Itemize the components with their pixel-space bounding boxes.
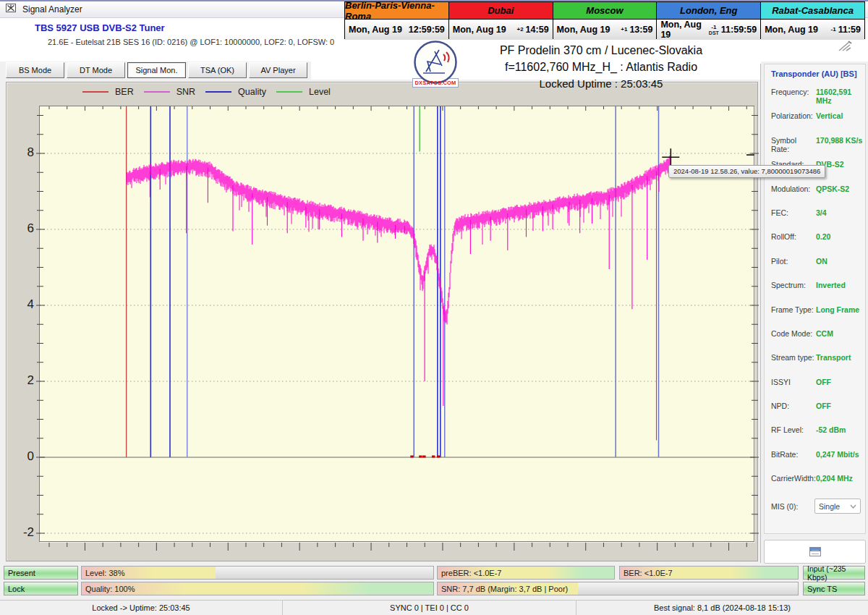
ber-mark (419, 456, 422, 458)
clock-time-row: Mon, Aug 19-1DST11:59:59 (657, 20, 760, 40)
transponder-row-label: Spectrum: (771, 281, 816, 289)
legend-swatch (82, 91, 109, 93)
clock-city-label: Moscow (553, 2, 657, 20)
transponder-row-label: CarrierWidth: (771, 474, 816, 483)
transponder-row: FEC:3/4 (771, 208, 865, 232)
mis-dropdown[interactable]: Single (814, 499, 861, 514)
transponder-row-label: Frame Type: (771, 305, 816, 314)
sync-ts-indicator: Sync TS (803, 582, 865, 595)
panel-splitter[interactable] (760, 64, 761, 563)
antenna-grip-icon (836, 39, 854, 55)
clock-cell-3: London, EngMon, Aug 19-1DST11:59:59 (657, 2, 760, 40)
tab-signal-mon-[interactable]: Signal Mon. (127, 62, 186, 78)
transponder-row-value: QPSK-S2 (816, 184, 849, 193)
statusbar-sync: SYNC 0 | TEI 0 | CC 0 (282, 601, 576, 615)
utc-offset-value: +1 (621, 27, 627, 33)
transponder-panel: Transponder (AU) [BS] Frequency:11602,59… (764, 64, 866, 534)
legend-swatch (144, 91, 170, 93)
statusbar-best-signal: Best signal: 8,1 dB (2024-08-18 15:13) (576, 601, 868, 615)
lock-indicator: Lock (4, 582, 78, 595)
world-clocks: Berlin-Paris-Vienna-RomaMon, Aug 1912:59… (344, 1, 865, 39)
snr-label: SNR: 7,7 dB (Margin: 3,7 dB | Poor) (441, 582, 568, 595)
transponder-row: RF Level:-52 dBm (771, 425, 865, 449)
transponder-row-value: OFF (816, 402, 831, 410)
transponder-row-label: ISSYI (771, 378, 816, 386)
transponder-row: Frequency:11602,591 MHz (771, 88, 865, 111)
transponder-row-value: -52 dBm (816, 425, 846, 434)
transponder-row: ISSYIOFF (771, 378, 865, 402)
clock-city-label: Rabat-Casablanca (761, 2, 864, 20)
transponder-row-label: Polarization: (771, 111, 816, 120)
dxsatcs-logo: DXSATCS.COM (412, 40, 459, 88)
transponder-row-value: CCM (816, 329, 833, 338)
clock-city-label: London, Eng (657, 2, 760, 20)
transponder-row-value: OFF (816, 378, 831, 386)
clock-hm: 14:59 (526, 25, 549, 35)
transponder-row: Pilot:ON (771, 257, 865, 281)
frequency-title: f=11602,760 MHz_H_ : Atlantis Radio (434, 61, 768, 74)
utc-offset: +2 (516, 27, 523, 33)
transponder-row-value: 3/4 (816, 208, 827, 217)
value-tooltip: 2024-08-19 12.58.26, value: 7,8000001907… (668, 165, 825, 178)
quality-label: Quality: 100% (85, 582, 135, 595)
transponder-row: NPD:OFF (771, 402, 865, 425)
y-tick-label: 8 (14, 145, 34, 160)
preber-bar: preBER: <1.0E-7 (437, 566, 615, 580)
app-icon (6, 3, 17, 16)
level-label: Level: 38% (85, 567, 124, 579)
clock-cell-0: Berlin-Paris-Vienna-RomaMon, Aug 1912:59… (345, 2, 448, 40)
ber-mark (410, 456, 414, 458)
clock-hm: 11:59 (838, 25, 861, 35)
clock-city-label: Berlin-Paris-Vienna-Roma (345, 2, 448, 20)
tab-dt-mode[interactable]: DT Mode (67, 62, 125, 78)
clock-hm: 12:59:59 (409, 25, 445, 35)
transponder-row-label: Code Mode: (771, 329, 816, 338)
level-bar: Level: 38% (81, 566, 434, 580)
transponder-row: Polarization:Vertical (771, 111, 865, 135)
signal-plot[interactable] (39, 106, 754, 542)
y-tick-label: -2 (14, 525, 34, 540)
clock-date: Mon, Aug 19 (557, 25, 619, 35)
signal-chart-panel: BERSNRQualityLevel 86420-2 (6, 82, 758, 561)
dst-label: DST (709, 30, 719, 35)
present-indicator: Present (4, 566, 78, 580)
mis-label: MIS (0): (771, 502, 814, 511)
legend-item-ber: BER (82, 87, 134, 97)
mis-selected-value: Single (819, 502, 840, 511)
transponder-row: Frame Type:Long Frame (771, 305, 865, 329)
tab-av-player[interactable]: AV Player (249, 62, 307, 78)
clock-time-row: Mon, Aug 1912:59:59 (345, 20, 448, 40)
chart-legend: BERSNRQualityLevel (82, 87, 331, 97)
dxsatcs-logo-text: DXSATCS.COM (412, 78, 459, 88)
snr-bar: SNR: 7,7 dB (Margin: 3,7 dB | Poor) (437, 582, 799, 595)
transponder-title: Transponder (AU) [BS] (765, 64, 865, 78)
transponder-row: CarrierWidth:0,204 MHz (771, 474, 865, 498)
ber-mark (422, 456, 426, 458)
transponder-row-value: 0,204 MHz (816, 474, 853, 483)
transponder-row-label: Pilot: (771, 257, 816, 266)
tab-tsa-ok-[interactable]: TSA (OK) (188, 62, 247, 78)
legend-item-level: Level (276, 87, 331, 97)
transponder-row-value: Vertical (816, 111, 843, 120)
ber-bar: BER: <1.0E-7 (619, 566, 799, 580)
tab-bs-mode[interactable]: BS Mode (6, 62, 64, 78)
transport-stream-button[interactable] (764, 540, 866, 564)
utc-offset-value: -1 (711, 25, 716, 30)
y-tick-label: 6 (14, 221, 34, 236)
preber-label: preBER: <1.0E-7 (441, 567, 501, 579)
clock-hm: 11:59:59 (721, 25, 757, 35)
transponder-row-label: Stream type: (771, 353, 816, 362)
legend-label: BER (115, 87, 134, 97)
transponder-row: Spectrum:Inverted (771, 281, 865, 305)
legend-label: Level (309, 87, 331, 97)
chevron-down-icon (850, 504, 856, 509)
y-tick-label: 4 (14, 297, 34, 312)
clock-cell-1: DubaiMon, Aug 19+214:59 (449, 2, 553, 40)
transponder-row-value: 0.20 (816, 232, 830, 241)
transponder-row: Code Mode:CCM (771, 329, 865, 353)
legend-label: SNR (176, 87, 195, 97)
statusbar-uptime: Locked -> Uptime: 25:03:45 (0, 601, 282, 615)
transponder-row: Symbol Rate:170,988 KS/s (771, 136, 865, 160)
clock-time-row: Mon, Aug 19-111:59 (761, 20, 864, 40)
utc-offset-value: +2 (516, 27, 523, 33)
